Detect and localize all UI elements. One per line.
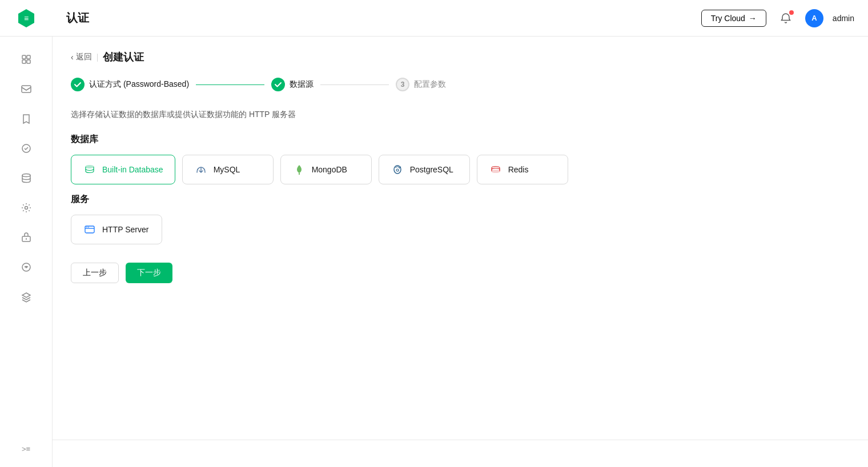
option-mongodb[interactable]: MongoDB	[280, 155, 372, 184]
step-2-label: 数据源	[290, 79, 314, 90]
user-name[interactable]: admin	[833, 14, 854, 23]
service-section: 服务 HTTP Server	[71, 194, 850, 244]
http-server-label: HTTP Server	[102, 225, 148, 234]
step-2: 数据源	[271, 78, 314, 91]
sidebar-item-settings[interactable]	[13, 194, 40, 222]
database-options-grid: Built-in Database MySQL Mong	[71, 155, 850, 184]
content-area: ‹ 返回 | 创建认证 认证方式 (Password-Based)	[53, 37, 868, 440]
svg-rect-3	[27, 55, 30, 59]
step-1: 认证方式 (Password-Based)	[71, 78, 189, 91]
svg-rect-5	[27, 60, 30, 63]
sidebar-item-plugin[interactable]	[13, 224, 40, 251]
sidebar-item-dashboard[interactable]	[13, 46, 40, 73]
option-http-server[interactable]: HTTP Server	[71, 215, 162, 244]
redis-icon	[489, 163, 503, 176]
sidebar-expand-button[interactable]: >≡	[13, 440, 40, 458]
svg-text:≡: ≡	[23, 14, 28, 23]
main-area: 认证 Try Cloud → A admin ‹ 返回 | 创建	[53, 0, 868, 467]
notification-dot	[789, 10, 794, 15]
mysql-label: MySQL	[214, 165, 240, 174]
next-button[interactable]: 下一步	[126, 263, 172, 283]
option-postgresql[interactable]: PostgreSQL	[379, 155, 470, 184]
database-section: 数据库 Built-in Database MySQL	[71, 134, 850, 184]
sidebar-item-database[interactable]	[13, 164, 40, 192]
svg-rect-2	[22, 55, 26, 59]
service-section-title: 服务	[71, 194, 850, 206]
mongodb-icon	[292, 163, 306, 176]
step-3-icon: 3	[396, 78, 409, 91]
header-actions: Try Cloud → A admin	[701, 8, 854, 29]
breadcrumb-current: 创建认证	[103, 50, 144, 64]
option-mysql[interactable]: MySQL	[182, 155, 274, 184]
option-redis[interactable]: Redis	[477, 155, 568, 184]
step-2-icon	[271, 78, 285, 91]
builtin-icon	[83, 163, 97, 176]
svg-rect-4	[22, 60, 26, 63]
sidebar: ≡	[0, 0, 53, 467]
postgresql-icon	[391, 163, 404, 176]
sidebar-item-layers[interactable]	[13, 283, 40, 311]
svg-point-21	[86, 227, 87, 228]
step-1-icon	[71, 78, 85, 91]
svg-point-9	[25, 207, 27, 210]
postgresql-label: PostgreSQL	[410, 165, 453, 174]
sidebar-item-monitor[interactable]	[13, 253, 40, 281]
logo[interactable]: ≡	[0, 0, 53, 37]
sidebar-item-check[interactable]	[13, 135, 40, 162]
sidebar-item-bookmark[interactable]	[13, 105, 40, 132]
mysql-icon	[194, 163, 208, 176]
builtin-label: Built-in Database	[102, 165, 163, 174]
sidebar-nav	[13, 37, 40, 430]
sidebar-bottom: >≡	[13, 430, 40, 467]
step-1-label: 认证方式 (Password-Based)	[89, 79, 189, 90]
svg-rect-6	[22, 86, 31, 92]
header: 认证 Try Cloud → A admin	[53, 0, 868, 37]
page-title: 认证	[66, 10, 89, 26]
try-cloud-button[interactable]: Try Cloud →	[701, 10, 766, 27]
redis-label: Redis	[508, 165, 529, 174]
step-connector-1	[196, 84, 264, 85]
breadcrumb-divider: |	[97, 53, 99, 62]
avatar[interactable]: A	[805, 9, 823, 27]
content-inner: ‹ 返回 | 创建认证 认证方式 (Password-Based)	[53, 37, 868, 440]
http-icon	[83, 223, 97, 236]
svg-point-18	[396, 169, 399, 171]
svg-point-19	[492, 170, 500, 173]
breadcrumb: ‹ 返回 | 创建认证	[71, 50, 850, 64]
svg-point-22	[88, 227, 89, 228]
step-connector-2	[320, 84, 389, 85]
service-options-grid: HTTP Server	[71, 215, 850, 244]
step-3-label: 配置参数	[414, 79, 446, 90]
prev-button[interactable]: 上一步	[71, 263, 119, 283]
sidebar-item-messages[interactable]	[13, 75, 40, 103]
svg-point-8	[22, 174, 30, 177]
svg-point-13	[26, 267, 27, 268]
database-section-title: 数据库	[71, 134, 850, 146]
bottom-bar	[53, 440, 868, 467]
footer-actions: 上一步 下一步	[71, 263, 850, 283]
description-text: 选择存储认证数据的数据库或提供认证数据功能的 HTTP 服务器	[71, 110, 850, 120]
stepper: 认证方式 (Password-Based) 数据源 3 配置参数	[71, 78, 850, 91]
back-button[interactable]: ‹ 返回	[71, 52, 92, 62]
notification-button[interactable]	[775, 8, 796, 29]
option-builtin-database[interactable]: Built-in Database	[71, 155, 175, 184]
svg-point-14	[86, 166, 94, 168]
mongodb-label: MongoDB	[312, 165, 347, 174]
step-3: 3 配置参数	[396, 78, 446, 91]
